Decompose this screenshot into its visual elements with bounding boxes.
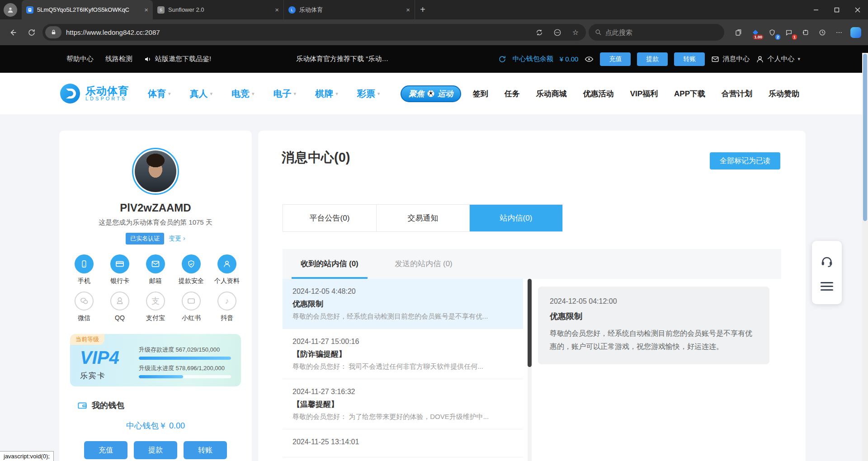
refresh-icon[interactable] (24, 24, 40, 41)
close-button[interactable] (847, 0, 868, 19)
social-item-label: 支付宝 (138, 314, 173, 322)
messages-icon[interactable]: 1 (781, 24, 797, 40)
history-icon[interactable] (814, 24, 830, 40)
nav-menu-slots[interactable]: 电子▾ (274, 88, 297, 100)
nav-menu-board-games[interactable]: 棋牌▾ (315, 88, 338, 100)
transfer-button[interactable]: 转账 (184, 441, 227, 459)
price-tag-icon[interactable]: 1.00 (747, 24, 763, 40)
message-title: 【防诈骗提醒】 (292, 349, 513, 359)
nav-link-tasks[interactable]: 任务 (505, 89, 520, 99)
menu-icon[interactable] (821, 282, 833, 291)
security-item-phone[interactable]: 手机 (67, 254, 102, 285)
refresh-balance-icon[interactable] (498, 55, 506, 63)
shield-icon[interactable]: 2 (764, 24, 780, 40)
browser-tab-1[interactable]: 5LmQ5Yqo5L2T6IKyfOS5kOWKqC × (22, 0, 153, 19)
address-bar[interactable]: https://www.ledong842.cc:2087 ☆ (42, 24, 586, 41)
personal-center-link[interactable]: 个人中心 ▾ (756, 55, 800, 63)
social-item-douyin[interactable]: ♪ 抖音 (210, 292, 245, 322)
nav-menu-esports[interactable]: 电竞▾ (231, 88, 255, 100)
message-list: 2024-12-05 4:48:20 优惠限制 尊敬的会员您好，经系统自动检测目… (283, 279, 523, 457)
official-download-promo: 乐动体育官方推荐下载 “乐动… (296, 55, 388, 63)
nav-link-sponsorship[interactable]: 乐动赞助 (769, 89, 799, 99)
nav-link-vip[interactable]: VIP福利 (630, 89, 658, 99)
nav-menu-lottery[interactable]: 彩票▾ (357, 88, 380, 100)
more-icon[interactable] (831, 24, 847, 40)
extensions-icon[interactable] (797, 24, 813, 40)
member-days-text: 这是您成为乐动体育会员的第 1075 天 (59, 218, 252, 227)
nav-menu-live-casino[interactable]: 真人▾ (190, 88, 213, 100)
message-list-item[interactable]: 2024-11-27 3:16:32 【温馨提醒】 尊敬的会员您好： 为了给您带… (283, 379, 523, 429)
social-item-label: QQ (103, 314, 137, 321)
verified-badge: 已实名认证 (126, 233, 164, 245)
browser-tab-2[interactable]: S Sunflower 2.0 × (153, 0, 284, 19)
minimize-button[interactable] (806, 0, 826, 19)
security-item-withdrawal-security[interactable]: 提款安全 (174, 254, 209, 285)
tab-platform-announcements[interactable]: 平台公告(0) (283, 205, 376, 231)
browser-profile-icon[interactable] (4, 3, 17, 17)
site-logo[interactable]: 乐动体育 LDSPORTS (59, 83, 129, 104)
copilot-icon[interactable] (848, 24, 863, 40)
security-item-email[interactable]: 邮箱 (138, 254, 173, 285)
message-date: 2024-11-27 3:16:32 (292, 388, 513, 396)
url-text[interactable]: https://www.ledong842.cc:2087 (66, 28, 528, 36)
nav-link-app-download[interactable]: APP下载 (674, 89, 705, 99)
security-item-profile-info[interactable]: 个人资料 (210, 254, 245, 285)
nav-link-promotions[interactable]: 优惠活动 (583, 89, 614, 99)
maximize-button[interactable] (826, 0, 847, 19)
line-check-link[interactable]: 线路检测 (105, 55, 132, 63)
page-scrollbar-thumb[interactable] (863, 54, 867, 221)
withdraw-button[interactable]: 提款 (134, 441, 177, 459)
tab-close-icon[interactable]: × (144, 6, 148, 14)
qq-icon (110, 292, 129, 310)
nav-menu-sports[interactable]: 体育▾ (148, 88, 171, 100)
social-item-wechat[interactable]: 微信 (67, 292, 102, 322)
security-item-label: 邮箱 (138, 277, 173, 285)
social-item-alipay[interactable]: 支 支付宝 (138, 292, 173, 322)
nav-link-mall[interactable]: 乐动商城 (536, 89, 567, 99)
message-list-item[interactable]: 2024-11-25 13:14:01 (283, 429, 523, 457)
focus-sports-badge[interactable]: 聚焦 运动 (401, 85, 461, 102)
change-link[interactable]: 变更 › (169, 235, 185, 243)
tab-close-icon[interactable]: × (275, 6, 279, 14)
download-invite-link[interactable]: 站版邀您下载品鉴! (144, 55, 211, 63)
pages-icon[interactable] (731, 24, 746, 40)
browser-tab-3[interactable]: L 乐动体育 × (284, 0, 415, 19)
subtab-sent[interactable]: 发送的站内信 (0) (377, 249, 471, 279)
nav-link-checkin[interactable]: 签到 (473, 89, 488, 99)
tab-close-icon[interactable]: × (406, 6, 410, 14)
message-list-item[interactable]: 2024-12-05 4:48:20 优惠限制 尊敬的会员您好，经系统自动检测目… (283, 279, 523, 329)
tab-site-messages[interactable]: 站内信(0) (469, 205, 562, 231)
help-center-link[interactable]: 帮助中心 (66, 55, 94, 63)
site-info-lock-icon[interactable] (45, 26, 61, 38)
price-badge: 1.00 (753, 34, 764, 40)
social-item-qq[interactable]: QQ (103, 292, 137, 322)
deposit-button[interactable]: 充值 (84, 441, 127, 459)
mark-all-read-button[interactable]: 全部标记为已读 (710, 152, 780, 169)
toggle-balance-visibility-icon[interactable] (585, 55, 594, 64)
back-icon[interactable] (5, 24, 21, 41)
deposit-button[interactable]: 充值 (600, 52, 631, 66)
social-item-xiaohongshu[interactable]: 小红书 (174, 292, 209, 322)
my-wallet-header: 我的钱包 (77, 400, 252, 411)
status-bar-link-hint: javascript:void(0); (0, 451, 54, 461)
page-scrollbar[interactable] (862, 53, 868, 461)
withdraw-button[interactable]: 提款 (637, 52, 668, 66)
transfer-button[interactable]: 转账 (674, 52, 705, 66)
new-tab-button[interactable]: + (415, 5, 430, 15)
tab-transaction-notices[interactable]: 交易通知 (376, 205, 469, 231)
security-item-bank-card[interactable]: 银行卡 (103, 254, 137, 285)
customer-service-headset-icon[interactable] (820, 254, 834, 268)
favorite-star-icon[interactable]: ☆ (569, 26, 582, 39)
message-list-scrollbar[interactable] (528, 279, 532, 461)
person-icon (217, 254, 236, 273)
shield-badge: 2 (775, 34, 780, 40)
search-input[interactable] (605, 28, 718, 36)
nav-link-partnership[interactable]: 合营计划 (722, 89, 752, 99)
browser-search-box[interactable] (589, 24, 724, 41)
subtab-received[interactable]: 收到的站内信 (0) (283, 249, 377, 279)
message-list-item[interactable]: 2024-11-27 15:00:16 【防诈骗提醒】 尊敬的会员您好： 我司不… (283, 329, 523, 379)
site-more-icon[interactable] (551, 26, 564, 39)
scrollbar-thumb[interactable] (528, 279, 532, 367)
translate-icon[interactable] (533, 26, 546, 39)
message-center-link[interactable]: 消息中心 (711, 55, 750, 63)
